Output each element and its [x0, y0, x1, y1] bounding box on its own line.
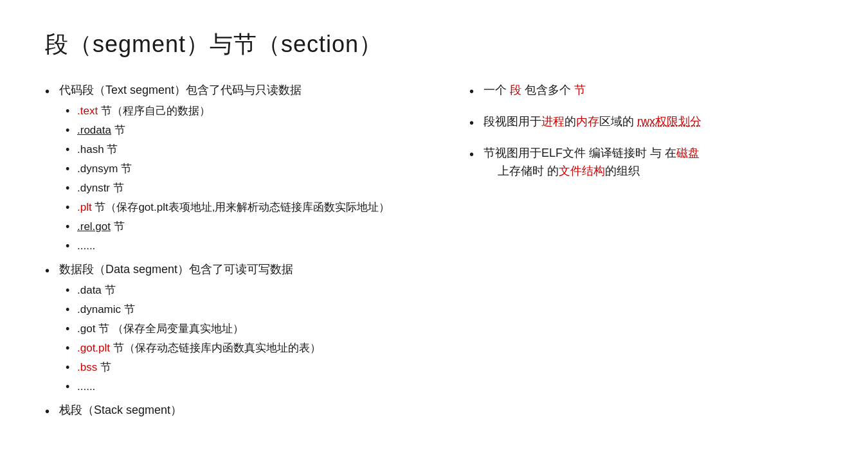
plt-suffix: 节（保存got.plt表项地址,用来解析动态链接库函数实际地址）	[92, 201, 390, 213]
file-structure-word: 文件结构	[559, 164, 605, 177]
list-item-hash: .hash 节	[66, 141, 444, 159]
segment-word: 段	[510, 84, 521, 96]
rel-got-label: .rel.got	[77, 220, 111, 233]
right-list: 一个 段 包含多个 节 段视图用于进程的内存区域的 rwx权限划分 节视图用于E…	[469, 81, 823, 181]
hash-label: .hash 节	[77, 143, 118, 155]
list-item-ellipsis-2: ......	[66, 378, 444, 396]
dynsym-label: .dynsym 节	[77, 163, 132, 175]
text-section-label: .text	[77, 105, 98, 117]
right-item-1: 一个 段 包含多个 节	[469, 81, 823, 100]
left-column: 代码段（Text segment）包含了代码与只读数据 .text 节（程序自己…	[45, 81, 444, 423]
bss-suffix: 节	[97, 361, 111, 373]
list-item-got: .got 节 （保存全局变量真实地址）	[66, 320, 444, 338]
list-item-bss: .bss 节	[66, 359, 444, 377]
list-item-code-segment: 代码段（Text segment）包含了代码与只读数据 .text 节（程序自己…	[45, 81, 444, 255]
list-item-text-section: .text 节（程序自己的数据）	[66, 102, 444, 120]
list-item-rodata: .rodata 节	[66, 121, 444, 139]
rel-got-suffix: 节	[111, 220, 125, 233]
slide: 段（segment）与节（section） 代码段（Text segment）包…	[0, 0, 868, 462]
right-item-3: 节视图用于ELF文件 编译链接时 与 在磁盘 上存储时 的文件结构的组织	[469, 144, 823, 181]
stack-segment-label: 栈段（Stack segment）	[59, 404, 182, 416]
list-item-rel-got: .rel.got 节	[66, 218, 444, 236]
disk-word: 磁盘	[676, 147, 700, 159]
list-item-got-plt: .got.plt 节（保存动态链接库内函数真实地址的表）	[66, 339, 444, 357]
section-word: 节	[574, 84, 586, 96]
right-item-2-text: 段视图用于进程的内存区域的 rwx权限划分	[484, 115, 701, 128]
plt-label: .plt	[77, 201, 92, 213]
list-item-dynsym: .dynsym 节	[66, 160, 444, 178]
got-label: .got 节 （保存全局变量真实地址）	[77, 323, 244, 335]
rwx-phrase: rwx权限划分	[637, 115, 701, 128]
text-section-suffix: 节（程序自己的数据）	[98, 105, 210, 117]
ellipsis-2-label: ......	[77, 380, 95, 393]
list-item-plt: .plt 节（保存got.plt表项地址,用来解析动态链接库函数实际地址）	[66, 199, 444, 217]
data-segment-children: .data 节 .dynamic 节 .got 节 （保存全局变量真实地址） .…	[66, 281, 444, 396]
slide-title: 段（segment）与节（section）	[45, 29, 823, 60]
right-item-3-text: 节视图用于ELF文件 编译链接时 与 在磁盘 上存储时 的文件结构的组织	[484, 147, 700, 178]
list-item-data: .data 节	[66, 281, 444, 299]
content-area: 代码段（Text segment）包含了代码与只读数据 .text 节（程序自己…	[45, 81, 823, 423]
got-plt-suffix: 节（保存动态链接库内函数真实地址的表）	[110, 342, 321, 354]
got-plt-label: .got.plt	[77, 342, 110, 354]
list-item-stack-segment: 栈段（Stack segment）	[45, 401, 444, 420]
right-column: 一个 段 包含多个 节 段视图用于进程的内存区域的 rwx权限划分 节视图用于E…	[469, 81, 823, 423]
list-item-data-segment: 数据段（Data segment）包含了可读可写数据 .data 节 .dyna…	[45, 260, 444, 396]
process-word: 进程	[541, 115, 565, 128]
rodata-label: .rodata	[77, 124, 111, 136]
rodata-suffix: 节	[111, 124, 125, 136]
right-item-1-text: 一个 段 包含多个 节	[484, 84, 586, 96]
code-segment-label: 代码段（Text segment）包含了代码与只读数据	[59, 84, 302, 96]
code-segment-children: .text 节（程序自己的数据） .rodata 节 .hash 节 .dyns…	[66, 102, 444, 255]
bss-label: .bss	[77, 361, 97, 373]
list-item-ellipsis-1: ......	[66, 237, 444, 255]
ellipsis-1-label: ......	[77, 240, 95, 252]
dynstr-label: .dynstr 节	[77, 182, 124, 194]
right-item-2: 段视图用于进程的内存区域的 rwx权限划分	[469, 112, 823, 131]
data-segment-label: 数据段（Data segment）包含了可读可写数据	[59, 263, 293, 276]
data-label: .data 节	[77, 284, 116, 296]
right-item-3-continuation: 上存储时 的文件结构的组织	[484, 164, 640, 177]
memory-word: 内存	[576, 115, 599, 128]
dynamic-label: .dynamic 节	[77, 303, 135, 315]
list-item-dynstr: .dynstr 节	[66, 179, 444, 197]
left-list: 代码段（Text segment）包含了代码与只读数据 .text 节（程序自己…	[45, 81, 444, 420]
list-item-dynamic: .dynamic 节	[66, 301, 444, 319]
